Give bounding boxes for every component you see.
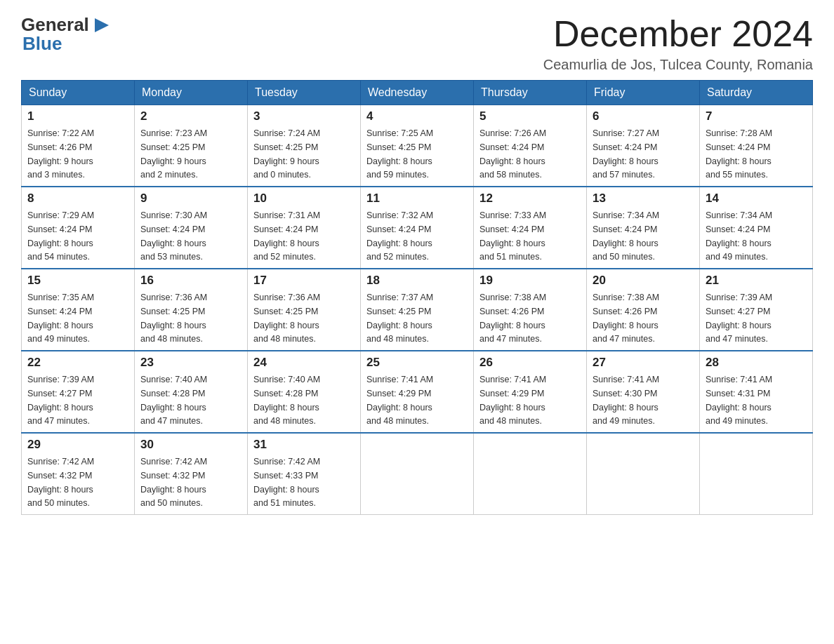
col-monday: Monday <box>135 81 248 105</box>
day-number: 8 <box>27 192 128 206</box>
day-info: Sunrise: 7:34 AMSunset: 4:24 PMDaylight:… <box>593 210 659 262</box>
table-row: 25 Sunrise: 7:41 AMSunset: 4:29 PMDaylig… <box>361 351 474 433</box>
day-number: 14 <box>706 192 807 206</box>
day-number: 29 <box>27 438 128 452</box>
calendar-week-row: 1 Sunrise: 7:22 AMSunset: 4:26 PMDayligh… <box>22 105 813 187</box>
svg-marker-0 <box>95 18 109 32</box>
table-row: 4 Sunrise: 7:25 AMSunset: 4:25 PMDayligh… <box>361 105 474 187</box>
day-info: Sunrise: 7:39 AMSunset: 4:27 PMDaylight:… <box>706 293 772 344</box>
day-info: Sunrise: 7:38 AMSunset: 4:26 PMDaylight:… <box>479 293 546 344</box>
day-number: 25 <box>366 356 468 370</box>
table-row: 13 Sunrise: 7:34 AMSunset: 4:24 PMDaylig… <box>587 187 700 269</box>
day-number: 10 <box>253 192 355 206</box>
calendar-week-row: 15 Sunrise: 7:35 AMSunset: 4:24 PMDaylig… <box>22 269 813 351</box>
calendar-header-row: Sunday Monday Tuesday Wednesday Thursday… <box>22 81 813 105</box>
logo-blue: Blue <box>22 33 62 55</box>
logo-arrow-icon <box>92 15 112 35</box>
table-row: 21 Sunrise: 7:39 AMSunset: 4:27 PMDaylig… <box>700 269 813 351</box>
table-row: 2 Sunrise: 7:23 AMSunset: 4:25 PMDayligh… <box>135 105 248 187</box>
col-friday: Friday <box>587 81 700 105</box>
day-info: Sunrise: 7:41 AMSunset: 4:30 PMDaylight:… <box>593 375 659 426</box>
day-number: 15 <box>27 274 128 288</box>
day-number: 22 <box>27 356 128 370</box>
table-row <box>361 433 474 515</box>
day-info: Sunrise: 7:41 AMSunset: 4:29 PMDaylight:… <box>479 375 546 426</box>
day-number: 16 <box>140 274 241 288</box>
day-number: 13 <box>593 192 694 206</box>
table-row: 17 Sunrise: 7:36 AMSunset: 4:25 PMDaylig… <box>248 269 361 351</box>
day-info: Sunrise: 7:25 AMSunset: 4:25 PMDaylight:… <box>366 128 433 180</box>
table-row: 29 Sunrise: 7:42 AMSunset: 4:32 PMDaylig… <box>22 433 135 515</box>
day-number: 21 <box>706 274 807 288</box>
table-row: 30 Sunrise: 7:42 AMSunset: 4:32 PMDaylig… <box>135 433 248 515</box>
calendar-week-row: 29 Sunrise: 7:42 AMSunset: 4:32 PMDaylig… <box>22 433 813 515</box>
table-row: 28 Sunrise: 7:41 AMSunset: 4:31 PMDaylig… <box>700 351 813 433</box>
location: Ceamurlia de Jos, Tulcea County, Romania <box>543 57 813 73</box>
day-number: 4 <box>366 109 468 123</box>
table-row: 14 Sunrise: 7:34 AMSunset: 4:24 PMDaylig… <box>700 187 813 269</box>
table-row: 19 Sunrise: 7:38 AMSunset: 4:26 PMDaylig… <box>474 269 587 351</box>
table-row: 11 Sunrise: 7:32 AMSunset: 4:24 PMDaylig… <box>361 187 474 269</box>
day-number: 11 <box>366 192 468 206</box>
day-number: 5 <box>479 109 581 123</box>
day-number: 3 <box>253 109 355 123</box>
table-row: 16 Sunrise: 7:36 AMSunset: 4:25 PMDaylig… <box>135 269 248 351</box>
table-row: 24 Sunrise: 7:40 AMSunset: 4:28 PMDaylig… <box>248 351 361 433</box>
calendar-table: Sunday Monday Tuesday Wednesday Thursday… <box>21 80 813 515</box>
day-info: Sunrise: 7:37 AMSunset: 4:25 PMDaylight:… <box>366 293 433 344</box>
day-number: 17 <box>253 274 355 288</box>
day-number: 31 <box>253 438 355 452</box>
day-info: Sunrise: 7:33 AMSunset: 4:24 PMDaylight:… <box>479 210 546 262</box>
day-info: Sunrise: 7:32 AMSunset: 4:24 PMDaylight:… <box>366 210 433 262</box>
table-row: 26 Sunrise: 7:41 AMSunset: 4:29 PMDaylig… <box>474 351 587 433</box>
day-info: Sunrise: 7:42 AMSunset: 4:33 PMDaylight:… <box>253 457 320 508</box>
table-row: 10 Sunrise: 7:31 AMSunset: 4:24 PMDaylig… <box>248 187 361 269</box>
day-info: Sunrise: 7:41 AMSunset: 4:31 PMDaylight:… <box>706 375 772 426</box>
table-row: 7 Sunrise: 7:28 AMSunset: 4:24 PMDayligh… <box>700 105 813 187</box>
calendar-week-row: 8 Sunrise: 7:29 AMSunset: 4:24 PMDayligh… <box>22 187 813 269</box>
day-info: Sunrise: 7:30 AMSunset: 4:24 PMDaylight:… <box>140 210 207 262</box>
day-number: 26 <box>479 356 581 370</box>
day-info: Sunrise: 7:22 AMSunset: 4:26 PMDaylight:… <box>27 128 94 180</box>
logo: General Blue <box>21 14 112 55</box>
day-number: 20 <box>593 274 694 288</box>
table-row: 22 Sunrise: 7:39 AMSunset: 4:27 PMDaylig… <box>22 351 135 433</box>
table-row: 23 Sunrise: 7:40 AMSunset: 4:28 PMDaylig… <box>135 351 248 433</box>
day-info: Sunrise: 7:42 AMSunset: 4:32 PMDaylight:… <box>27 457 94 508</box>
col-wednesday: Wednesday <box>361 81 474 105</box>
day-info: Sunrise: 7:34 AMSunset: 4:24 PMDaylight:… <box>706 210 772 262</box>
day-number: 24 <box>253 356 355 370</box>
table-row: 12 Sunrise: 7:33 AMSunset: 4:24 PMDaylig… <box>474 187 587 269</box>
col-saturday: Saturday <box>700 81 813 105</box>
day-number: 1 <box>27 109 128 123</box>
day-info: Sunrise: 7:28 AMSunset: 4:24 PMDaylight:… <box>706 128 772 180</box>
day-info: Sunrise: 7:39 AMSunset: 4:27 PMDaylight:… <box>27 375 94 426</box>
col-tuesday: Tuesday <box>248 81 361 105</box>
day-info: Sunrise: 7:38 AMSunset: 4:26 PMDaylight:… <box>593 293 659 344</box>
table-row: 20 Sunrise: 7:38 AMSunset: 4:26 PMDaylig… <box>587 269 700 351</box>
col-thursday: Thursday <box>474 81 587 105</box>
page-header: General Blue December 2024 Ceamurlia de … <box>21 14 813 73</box>
day-info: Sunrise: 7:36 AMSunset: 4:25 PMDaylight:… <box>253 293 320 344</box>
day-number: 23 <box>140 356 241 370</box>
day-number: 30 <box>140 438 241 452</box>
day-number: 12 <box>479 192 581 206</box>
col-sunday: Sunday <box>22 81 135 105</box>
day-info: Sunrise: 7:24 AMSunset: 4:25 PMDaylight:… <box>253 128 320 180</box>
day-number: 28 <box>706 356 807 370</box>
month-title: December 2024 <box>543 14 813 54</box>
table-row: 6 Sunrise: 7:27 AMSunset: 4:24 PMDayligh… <box>587 105 700 187</box>
day-number: 19 <box>479 274 581 288</box>
day-info: Sunrise: 7:40 AMSunset: 4:28 PMDaylight:… <box>253 375 320 426</box>
table-row: 9 Sunrise: 7:30 AMSunset: 4:24 PMDayligh… <box>135 187 248 269</box>
table-row: 31 Sunrise: 7:42 AMSunset: 4:33 PMDaylig… <box>248 433 361 515</box>
table-row <box>587 433 700 515</box>
day-info: Sunrise: 7:42 AMSunset: 4:32 PMDaylight:… <box>140 457 207 508</box>
day-info: Sunrise: 7:29 AMSunset: 4:24 PMDaylight:… <box>27 210 94 262</box>
day-number: 9 <box>140 192 241 206</box>
table-row: 18 Sunrise: 7:37 AMSunset: 4:25 PMDaylig… <box>361 269 474 351</box>
table-row: 5 Sunrise: 7:26 AMSunset: 4:24 PMDayligh… <box>474 105 587 187</box>
table-row <box>474 433 587 515</box>
day-info: Sunrise: 7:36 AMSunset: 4:25 PMDaylight:… <box>140 293 207 344</box>
table-row: 3 Sunrise: 7:24 AMSunset: 4:25 PMDayligh… <box>248 105 361 187</box>
